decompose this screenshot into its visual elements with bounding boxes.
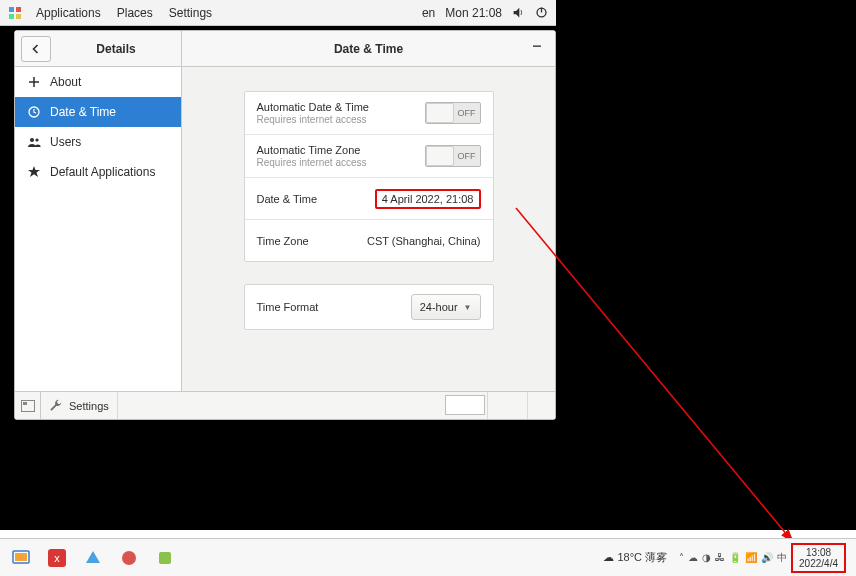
sidebar-item-datetime[interactable]: Date & Time xyxy=(15,97,181,127)
window-footer: Settings xyxy=(15,391,555,419)
row-timezone[interactable]: Time Zone CST (Shanghai, China) xyxy=(245,219,493,261)
time-format-combo[interactable]: 24-hour ▼ xyxy=(411,294,481,320)
wifi-icon[interactable]: 📶 xyxy=(745,552,757,563)
datetime-card: Automatic Date & Time Requires internet … xyxy=(244,91,494,262)
sidebar: About Date & Time Users Default Applicat… xyxy=(15,67,182,391)
host-clock[interactable]: 13:08 2022/4/4 xyxy=(791,543,846,573)
host-app-5[interactable] xyxy=(150,543,180,573)
task-label: Settings xyxy=(69,400,109,412)
battery-icon[interactable]: 🔋 xyxy=(729,552,741,563)
row-label: Time Zone xyxy=(257,235,367,247)
content-pane: Automatic Date & Time Requires internet … xyxy=(182,67,555,391)
host-taskbar: x ☁ 18°C 薄雾 ˄ ☁ ◑ 🖧 🔋 📶 🔊 中 13:08 2022/4… xyxy=(0,538,856,576)
format-card: Time Format 24-hour ▼ xyxy=(244,284,494,330)
row-label: Automatic Date & Time xyxy=(257,101,425,113)
toggle-knob xyxy=(426,146,454,166)
svg-rect-10 xyxy=(23,402,27,405)
sidebar-item-label: Default Applications xyxy=(50,165,155,179)
host-weather[interactable]: ☁ 18°C 薄雾 xyxy=(603,550,667,565)
sidebar-item-label: Users xyxy=(50,135,81,149)
footer-pad xyxy=(445,395,485,415)
row-label: Automatic Time Zone xyxy=(257,144,425,156)
svg-rect-13 xyxy=(15,553,27,561)
host-app-3[interactable] xyxy=(78,543,108,573)
minimize-button[interactable]: – xyxy=(525,37,549,61)
back-button[interactable] xyxy=(21,36,51,62)
chevron-up-icon[interactable]: ˄ xyxy=(679,552,684,563)
host-clock-time: 13:08 xyxy=(799,547,838,558)
svg-rect-1 xyxy=(16,7,21,12)
svg-rect-3 xyxy=(16,14,21,19)
wrench-icon xyxy=(49,399,63,413)
ime-icon[interactable]: 中 xyxy=(777,551,787,565)
power-icon[interactable] xyxy=(535,6,548,19)
tray-icon[interactable]: ◑ xyxy=(702,552,711,563)
chevron-down-icon: ▼ xyxy=(464,303,472,312)
row-sub: Requires internet access xyxy=(257,114,425,125)
menu-settings[interactable]: Settings xyxy=(161,6,220,20)
toggle-knob xyxy=(426,103,454,123)
row-time-format: Time Format 24-hour ▼ xyxy=(245,285,493,329)
toggle-auto-datetime[interactable]: OFF xyxy=(425,102,481,124)
combo-value: 24-hour xyxy=(420,301,458,313)
row-datetime[interactable]: Date & Time 4 April 2022, 21:08 xyxy=(245,177,493,219)
left-title: Details xyxy=(51,42,181,56)
toggle-label: OFF xyxy=(454,103,480,123)
sidebar-item-label: About xyxy=(50,75,81,89)
plus-icon xyxy=(27,75,41,89)
svg-rect-0 xyxy=(9,7,14,12)
top-panel: Applications Places Settings en Mon 21:0… xyxy=(0,0,556,26)
sidebar-item-label: Date & Time xyxy=(50,105,116,119)
row-label: Time Format xyxy=(257,301,411,313)
menu-places[interactable]: Places xyxy=(109,6,161,20)
volume-icon[interactable] xyxy=(512,6,525,19)
host-clock-date: 2022/4/4 xyxy=(799,558,838,569)
row-label: Date & Time xyxy=(257,193,375,205)
star-icon xyxy=(27,165,41,179)
row-auto-timezone[interactable]: Automatic Time Zone Requires internet ac… xyxy=(245,134,493,177)
tray-language[interactable]: en xyxy=(422,6,435,20)
sidebar-item-default-apps[interactable]: Default Applications xyxy=(15,157,181,187)
tray-icon[interactable]: 🖧 xyxy=(715,552,725,563)
onedrive-icon[interactable]: ☁ xyxy=(688,552,698,563)
workspace-switcher[interactable] xyxy=(15,392,41,419)
taskbar-task-settings[interactable]: Settings xyxy=(41,392,118,419)
menu-applications[interactable]: Applications xyxy=(28,6,109,20)
svg-rect-17 xyxy=(159,552,171,564)
svg-point-16 xyxy=(122,551,136,565)
sidebar-item-users[interactable]: Users xyxy=(15,127,181,157)
tray-clock[interactable]: Mon 21:08 xyxy=(445,6,502,20)
toggle-auto-timezone[interactable]: OFF xyxy=(425,145,481,167)
svg-point-8 xyxy=(35,138,38,141)
svg-text:x: x xyxy=(54,552,60,564)
timezone-value: CST (Shanghai, China) xyxy=(367,235,481,247)
svg-point-7 xyxy=(30,138,34,142)
volume-icon[interactable]: 🔊 xyxy=(761,552,773,563)
settings-window: Details Date & Time – About Date & Time … xyxy=(14,30,556,420)
footer-pad xyxy=(527,392,555,419)
sidebar-item-about[interactable]: About xyxy=(15,67,181,97)
datetime-value: 4 April 2022, 21:08 xyxy=(375,189,481,209)
footer-pad xyxy=(487,392,527,419)
titlebar: Details Date & Time – xyxy=(15,31,555,67)
host-app-xshell[interactable]: x xyxy=(42,543,72,573)
row-auto-datetime[interactable]: Automatic Date & Time Requires internet … xyxy=(245,92,493,134)
clock-icon xyxy=(27,105,41,119)
activities-icon[interactable] xyxy=(8,6,22,20)
users-icon xyxy=(27,135,41,149)
svg-rect-2 xyxy=(9,14,14,19)
host-app-4[interactable] xyxy=(114,543,144,573)
row-sub: Requires internet access xyxy=(257,157,425,168)
right-title: Date & Time xyxy=(182,42,555,56)
toggle-label: OFF xyxy=(454,146,480,166)
host-app-vmware[interactable] xyxy=(6,543,36,573)
host-systray[interactable]: ˄ ☁ ◑ 🖧 🔋 📶 🔊 中 xyxy=(679,551,787,565)
